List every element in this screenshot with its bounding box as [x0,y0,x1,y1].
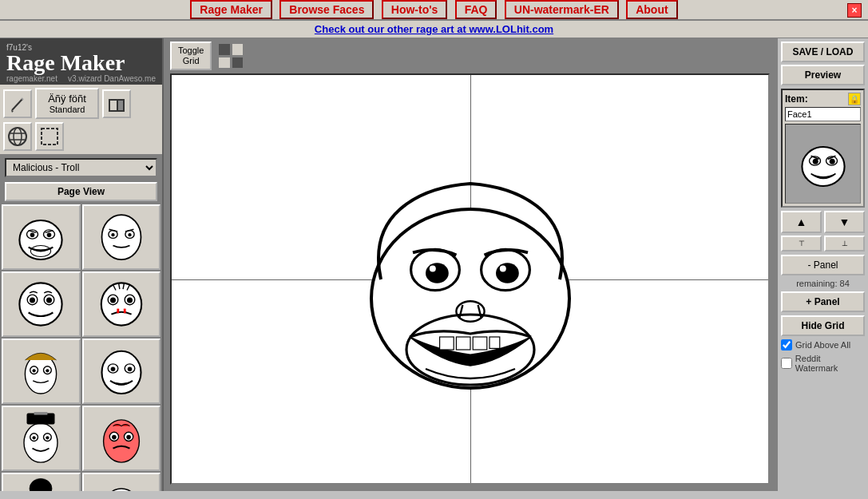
save-load-button[interactable]: SAVE / LOAD [781,42,865,62]
svg-line-3 [22,98,23,100]
svg-rect-93 [456,337,470,350]
right-panel: SAVE / LOAD Preview Item: 🔒 Face1 [776,38,868,491]
selection-tool-button[interactable] [35,122,64,151]
svg-point-58 [33,436,36,439]
svg-point-85 [426,263,449,283]
app-subtitle: ragemaker.net v3.wizard DanAweso.me [6,74,156,83]
pencil-tool-button[interactable] [3,89,32,118]
svg-point-9 [14,128,22,145]
svg-rect-92 [439,337,454,350]
move-up-button[interactable]: ▲ [781,211,822,233]
language-tool-button[interactable] [3,122,32,151]
arrow-controls: ▲ ▼ ⊤ ⊥ [781,211,865,251]
svg-point-36 [110,298,116,303]
svg-point-73 [103,489,139,491]
promo-link[interactable]: Check out our other rage art at www.LOLh… [315,23,553,35]
size-small-light[interactable] [232,43,244,56]
svg-rect-95 [489,337,500,348]
size-large-light[interactable] [218,57,231,69]
grid-above-label: Grid Above All [795,340,850,350]
app-site: ragemaker.net [6,74,57,83]
face-item[interactable] [82,271,161,337]
svg-point-47 [33,369,36,372]
remove-panel-button[interactable]: - Panel [781,255,865,275]
svg-point-16 [30,232,35,237]
center-area: Toggle Grid [164,38,776,491]
canvas-controls: Toggle Grid [164,38,776,73]
nav-about[interactable]: About [626,0,677,19]
svg-rect-7 [118,101,123,110]
svg-point-31 [30,298,35,303]
svg-point-32 [46,298,52,303]
svg-point-86 [496,263,519,283]
svg-point-53 [127,366,132,371]
size-small-dark[interactable] [218,43,231,56]
item-name-field[interactable]: Face1 [785,107,861,121]
svg-point-25 [128,233,131,236]
face-item[interactable] [82,204,161,270]
canvas-area[interactable] [170,73,770,485]
send-to-top-button[interactable]: ⊤ [781,236,822,251]
face-category-dropdown[interactable]: Malicious - Troll [5,158,157,177]
app-version-author: v3.wizard DanAweso.me [68,74,156,83]
page-view-button[interactable]: Page View [5,182,157,201]
nav-how-tos[interactable]: How-to's [382,0,448,19]
lock-icon[interactable]: 🔒 [848,93,861,105]
svg-point-65 [126,435,131,440]
svg-point-24 [111,233,114,236]
face-item[interactable] [2,204,81,270]
svg-point-88 [499,265,505,271]
svg-point-28 [20,283,62,325]
face-item[interactable] [82,339,161,404]
item-preview [785,124,861,204]
font-selector[interactable]: Äñÿ föñt Standard [35,88,99,119]
svg-point-48 [46,369,50,372]
svg-point-100 [829,159,834,164]
svg-point-13 [20,220,62,259]
face-item[interactable] [82,406,161,471]
canvas-troll-face[interactable] [343,152,598,407]
svg-point-64 [112,435,117,440]
nav-un-watermark[interactable]: UN-watermark-ER [505,0,619,19]
face-item[interactable] [2,339,81,404]
svg-point-87 [429,265,435,271]
face-item[interactable] [82,473,161,491]
item-label: Item: [785,93,808,105]
svg-rect-42 [117,309,119,314]
item-header: Item: 🔒 [785,93,861,105]
nav-faq[interactable]: FAQ [455,0,497,19]
svg-point-33 [101,283,141,325]
left-panel: f7u12's Rage Maker ragemaker.net v3.wiza… [0,38,164,491]
svg-rect-43 [124,309,126,314]
svg-rect-94 [473,337,487,350]
canvas-size-cluster[interactable] [218,43,244,69]
move-down-button[interactable]: ▼ [824,211,865,233]
item-preview-image [795,136,851,192]
grid-above-checkbox[interactable] [781,339,792,350]
face-item[interactable] [2,406,81,471]
face-grid-container [0,203,162,491]
item-panel: Item: 🔒 Face1 [781,89,865,208]
nav-browse-faces[interactable]: Browse Faces [279,0,374,19]
svg-rect-6 [110,101,117,110]
face-grid [0,203,162,491]
svg-point-49 [101,351,141,394]
face-item[interactable] [2,271,81,337]
svg-point-52 [110,366,115,371]
nav-rage-maker[interactable]: Rage Maker [190,0,272,19]
svg-point-21 [101,215,141,259]
color-tool-button[interactable] [102,89,131,118]
hide-grid-button[interactable]: Hide Grid [781,315,865,336]
add-panel-button[interactable]: + Panel [781,291,865,312]
toggle-grid-button[interactable]: Toggle Grid [170,42,212,70]
remaining-panels-text: remaining: 84 [781,279,865,288]
reddit-watermark-checkbox[interactable] [781,358,792,369]
preview-button[interactable]: Preview [781,65,865,85]
reddit-watermark-row: Reddit Watermark [781,354,865,373]
send-to-bottom-button[interactable]: ⊥ [824,236,865,251]
app-header: f7u12's Rage Maker ragemaker.net v3.wiza… [0,38,162,85]
size-large-dark[interactable] [232,57,244,69]
face-item[interactable] [2,473,81,491]
reddit-watermark-label: Reddit Watermark [795,354,865,373]
close-button[interactable]: × [847,3,862,18]
